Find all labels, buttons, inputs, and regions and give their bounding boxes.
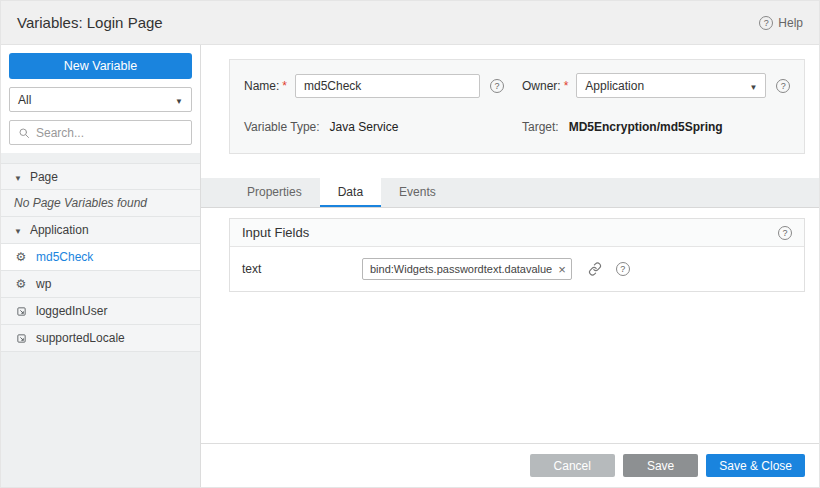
required-asterisk	[564, 79, 569, 93]
owner-label: Owner:	[522, 79, 561, 93]
variable-type-value: Java Service	[330, 120, 399, 134]
tree-section-application[interactable]: Application	[1, 217, 200, 244]
tree-item-label: loggedInUser	[36, 304, 107, 318]
page-variables-empty-text: No Page Variables found	[1, 190, 200, 217]
tree-item-wp[interactable]: wp	[1, 271, 200, 298]
model-variable-icon	[14, 306, 28, 317]
tree-item-label: supportedLocale	[36, 331, 125, 345]
variable-type-label: Variable Type:	[244, 120, 320, 134]
field-label: text	[242, 262, 362, 276]
collapse-caret-icon	[14, 170, 22, 184]
bind-link-icon[interactable]	[588, 262, 602, 276]
sidebar-controls: New Variable All	[1, 45, 200, 153]
name-help-icon[interactable]	[490, 79, 504, 93]
bind-value-chip[interactable]: bind:Widgets.passwordtext.datavalue	[362, 258, 572, 280]
tab-events[interactable]: Events	[381, 178, 454, 207]
collapse-caret-icon	[14, 223, 22, 237]
variable-type-group: Variable Type: Java Service	[244, 120, 522, 134]
type-target-row: Variable Type: Java Service Target: MD5E…	[244, 120, 790, 134]
search-input[interactable]	[36, 126, 183, 140]
tree-item-loggedinuser[interactable]: loggedInUser	[1, 298, 200, 325]
input-fields-panel: Input Fields text bind:Widgets.passwordt…	[229, 218, 805, 292]
bind-value-text: bind:Widgets.passwordtext.datavalue	[370, 263, 552, 275]
name-label: Name:	[244, 79, 279, 93]
input-fields-body: text bind:Widgets.passwordtext.datavalue	[230, 247, 804, 291]
dialog-header: Variables: Login Page Help	[1, 1, 819, 45]
target-group: Target: MD5Encryption/md5Spring	[522, 120, 723, 134]
owner-help-icon[interactable]	[776, 79, 790, 93]
help-button[interactable]: Help	[759, 16, 803, 30]
name-owner-row: Name: Owner: Application	[244, 73, 790, 98]
tree-item-supportedlocale[interactable]: supportedLocale	[1, 325, 200, 352]
target-label: Target:	[522, 120, 559, 134]
search-box[interactable]	[9, 120, 192, 145]
variable-summary-panel: Name: Owner: Application Var	[229, 59, 805, 154]
service-variable-icon	[14, 278, 28, 290]
detail-tabs: Properties Data Events	[201, 178, 819, 208]
new-variable-button[interactable]: New Variable	[9, 53, 192, 79]
chevron-down-icon	[175, 93, 183, 107]
cancel-button[interactable]: Cancel	[530, 454, 615, 477]
service-variable-icon	[14, 251, 28, 263]
variable-detail-panel: Name: Owner: Application Var	[201, 45, 819, 487]
tree-section-application-label: Application	[30, 223, 89, 237]
owner-select-value: Application	[585, 79, 644, 93]
search-icon	[18, 127, 30, 139]
tree-item-md5check[interactable]: md5Check	[1, 244, 200, 271]
variable-filter-value: All	[18, 93, 31, 107]
owner-select[interactable]: Application	[576, 73, 766, 98]
field-help-icon[interactable]	[616, 262, 630, 276]
tree-item-label: wp	[36, 277, 51, 291]
name-field-group: Name:	[244, 74, 522, 98]
input-fields-header: Input Fields	[230, 219, 804, 247]
tree-section-page-label: Page	[30, 170, 58, 184]
tab-data[interactable]: Data	[320, 178, 381, 207]
input-fields-title: Input Fields	[242, 225, 309, 240]
variables-dialog: Variables: Login Page Help New Variable …	[0, 0, 820, 488]
variable-filter-dropdown[interactable]: All	[9, 87, 192, 112]
tab-properties[interactable]: Properties	[229, 178, 320, 207]
tree-section-page[interactable]: Page	[1, 163, 200, 190]
help-label: Help	[778, 16, 803, 30]
name-input[interactable]	[295, 74, 480, 98]
save-and-close-button[interactable]: Save & Close	[706, 454, 805, 477]
owner-field-group: Owner: Application	[522, 73, 790, 98]
tree-item-label: md5Check	[36, 250, 93, 264]
target-value: MD5Encryption/md5Spring	[569, 120, 723, 134]
model-variable-icon	[14, 333, 28, 344]
required-asterisk	[282, 79, 287, 93]
variables-sidebar: New Variable All Page No Page Variables …	[1, 45, 201, 487]
page-title: Variables: Login Page	[17, 14, 163, 31]
dialog-footer: Cancel Save Save & Close	[201, 443, 819, 487]
chevron-down-icon	[749, 79, 757, 93]
save-button[interactable]: Save	[623, 454, 698, 477]
clear-bind-icon[interactable]	[558, 263, 566, 276]
variables-tree: Page No Page Variables found Application…	[1, 163, 200, 352]
input-field-row: text bind:Widgets.passwordtext.datavalue	[242, 258, 792, 280]
input-fields-help-icon[interactable]	[778, 226, 792, 240]
help-circle-icon	[759, 16, 773, 30]
